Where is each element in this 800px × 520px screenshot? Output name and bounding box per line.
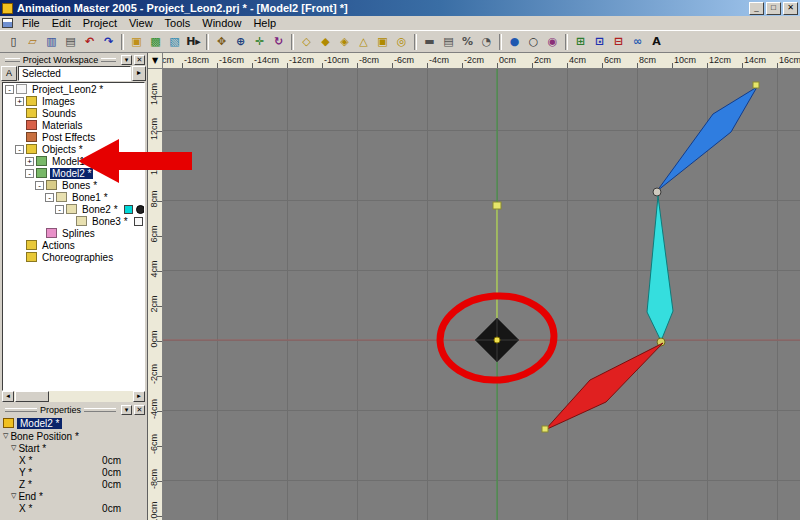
panel-close-button[interactable]: ✕ [134, 405, 145, 415]
new-button[interactable]: ▯ [4, 33, 23, 51]
property-end[interactable]: ▽End * [1, 490, 147, 502]
visibility-eye-icon[interactable] [136, 205, 145, 214]
mirror-mode-button[interactable]: ⊟ [609, 33, 628, 51]
tree-item-materials[interactable]: Materials [3, 119, 144, 131]
property-start[interactable]: ▽Start * [1, 442, 147, 454]
tree-item-bone3[interactable]: Bone3 * [3, 215, 144, 227]
time-button[interactable]: ◔ [477, 33, 496, 51]
property-x[interactable]: X *0cm [1, 454, 147, 466]
property-value[interactable]: 0cm [102, 503, 147, 514]
mode-dynamics-button[interactable]: ▣ [373, 33, 392, 51]
text-tool-button[interactable]: A [647, 33, 666, 51]
title-bar[interactable]: Animation Master 2005 - Project_Leon2.pr… [0, 0, 800, 16]
workspace-panel-header[interactable]: Project Workspace ▾ ✕ [0, 53, 147, 66]
collapse-toggle[interactable]: - [15, 145, 24, 154]
redo-button[interactable]: ↷ [99, 33, 118, 51]
move-tool-button[interactable]: ✛ [250, 33, 269, 51]
expand-toggle[interactable]: + [25, 157, 34, 166]
minimize-button[interactable]: _ [749, 2, 764, 15]
tree-item-splines[interactable]: Splines [3, 227, 144, 239]
undo-button[interactable]: ↶ [80, 33, 99, 51]
menu-file[interactable]: File [16, 16, 46, 30]
tree-item-objects[interactable]: -Objects * [3, 143, 144, 155]
tree-item-model1[interactable]: +Model1 [3, 155, 144, 167]
menu-edit[interactable]: Edit [46, 16, 77, 30]
library-images-button[interactable]: ▣ [127, 33, 146, 51]
library-models-button[interactable]: ▩ [146, 33, 165, 51]
frame-toggle-button[interactable]: ▬ [420, 33, 439, 51]
collapse-toggle[interactable]: - [5, 85, 14, 94]
filter-next-button[interactable]: ▸ [132, 66, 146, 81]
filter-all-button[interactable]: A [1, 66, 17, 81]
collapse-toggle[interactable]: - [45, 193, 54, 202]
model-viewport[interactable]: ▼ -20cm-18cm-16cm-14cm-12cm-10cm-8cm-6cm… [148, 53, 800, 520]
close-button[interactable]: ✕ [783, 2, 798, 15]
snap-grid-button[interactable]: ⊞ [571, 33, 590, 51]
print-button[interactable]: ▤ [61, 33, 80, 51]
panel-collapse-button[interactable]: ▾ [121, 405, 132, 415]
tree-item-choreographies[interactable]: Choreographies [3, 251, 144, 263]
scroll-left-button[interactable]: ◄ [2, 391, 14, 402]
wireframe-view-button[interactable]: ○ [524, 33, 543, 51]
tree-item-bone1[interactable]: -Bone1 * [3, 191, 144, 203]
tree-item-model2[interactable]: -Model2 * [3, 167, 144, 179]
snap-points-button[interactable]: ⊡ [590, 33, 609, 51]
scroll-right-button[interactable]: ► [133, 391, 145, 402]
library-actions-button[interactable]: ▧ [165, 33, 184, 51]
panel-collapse-button[interactable]: ▾ [121, 55, 132, 65]
maximize-button[interactable]: □ [766, 2, 781, 15]
project-icon [16, 84, 27, 94]
tree-item-bone2[interactable]: -Bone2 * [3, 203, 144, 215]
scroll-track[interactable] [14, 391, 133, 402]
property-value[interactable]: 0cm [102, 467, 147, 478]
collapse-toggle[interactable]: - [55, 205, 64, 214]
properties-panel-header[interactable]: Properties ▾ ✕ [0, 403, 147, 416]
mode-pose-button[interactable]: ◎ [392, 33, 411, 51]
menu-view[interactable]: View [123, 16, 159, 30]
textured-view-button[interactable]: ◉ [543, 33, 562, 51]
menu-window[interactable]: Window [196, 16, 247, 30]
property-x[interactable]: X *0cm [1, 502, 147, 514]
bone-color-swatch[interactable] [124, 205, 133, 214]
mode-muscle-button[interactable]: △ [354, 33, 373, 51]
collapse-toggle[interactable]: - [25, 169, 34, 178]
tree-item-post-effects[interactable]: Post Effects [3, 131, 144, 143]
tree-item-project-leon2[interactable]: -Project_Leon2 * [3, 83, 144, 95]
tree-item-bones[interactable]: -Bones * [3, 179, 144, 191]
bone-color-swatch[interactable] [134, 217, 143, 226]
property-value[interactable]: 0cm [102, 479, 147, 490]
tree-hscrollbar[interactable]: ◄ ► [2, 391, 145, 402]
property-bone-position[interactable]: ▽Bone Position * [1, 430, 147, 442]
properties-object-row[interactable]: Model2 * [1, 416, 147, 430]
percent-button[interactable]: % [458, 33, 477, 51]
mode-animate-button[interactable]: ◇ [297, 33, 316, 51]
property-y[interactable]: Y *0cm [1, 466, 147, 478]
property-z[interactable]: Z *0cm [1, 478, 147, 490]
tree-item-images[interactable]: +Images [3, 95, 144, 107]
property-value[interactable]: 0cm [102, 455, 147, 466]
mode-bones-button[interactable]: ◈ [335, 33, 354, 51]
mdi-document-icon[interactable] [2, 18, 13, 28]
viewport-canvas[interactable] [163, 69, 800, 520]
scroll-thumb[interactable] [15, 391, 49, 402]
menu-help[interactable]: Help [247, 16, 282, 30]
expand-toggle[interactable]: + [15, 97, 24, 106]
stereo-view-button[interactable]: ∞ [628, 33, 647, 51]
menu-project[interactable]: Project [77, 16, 123, 30]
mode-modeling-button[interactable]: ◆ [316, 33, 335, 51]
pan-tool-button[interactable]: ✥ [212, 33, 231, 51]
panel-close-button[interactable]: ✕ [134, 55, 145, 65]
jump-to-frame-button[interactable]: H▸ [184, 33, 203, 51]
turn-tool-button[interactable]: ↻ [269, 33, 288, 51]
zoom-tool-button[interactable]: ⊕ [231, 33, 250, 51]
menu-tools[interactable]: Tools [159, 16, 197, 30]
ruler-origin-button[interactable]: ▼ [148, 53, 163, 69]
tree-item-sounds[interactable]: Sounds [3, 107, 144, 119]
collapse-toggle[interactable]: - [35, 181, 44, 190]
shaded-view-button[interactable]: ● [505, 33, 524, 51]
tree-item-actions[interactable]: Actions [3, 239, 144, 251]
channels-button[interactable]: ▤ [439, 33, 458, 51]
open-button[interactable]: ▱ [23, 33, 42, 51]
save-button[interactable]: ▥ [42, 33, 61, 51]
filter-selector[interactable]: Selected [18, 66, 131, 81]
